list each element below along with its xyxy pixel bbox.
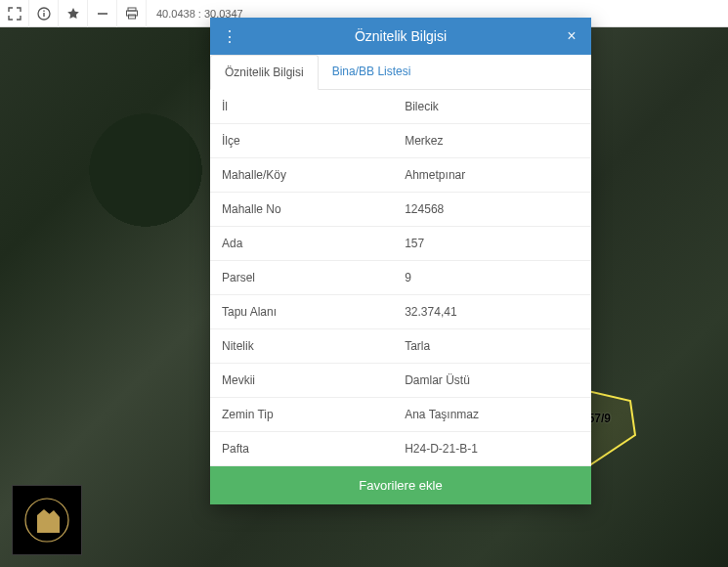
svg-rect-4	[98, 13, 107, 15]
table-row: Ada157	[210, 227, 591, 261]
close-icon[interactable]: ×	[562, 26, 581, 46]
attr-key: Nitelik	[210, 329, 393, 364]
attr-value: 9	[393, 261, 591, 295]
star-icon[interactable]	[59, 0, 88, 27]
attr-value: Damlar Üstü	[393, 364, 591, 398]
table-row: İlçeMerkez	[210, 124, 591, 158]
attr-value: Ahmetpınar	[393, 158, 591, 193]
attr-value: Bilecik	[393, 90, 591, 124]
table-row: MevkiiDamlar Üstü	[210, 364, 591, 398]
attr-key: İlçe	[210, 124, 393, 158]
attr-key: Parsel	[210, 261, 393, 295]
attr-key: Pafta	[210, 432, 393, 466]
attr-key: Mevkii	[210, 364, 393, 398]
add-favorite-button[interactable]: Favorilere ekle	[210, 466, 591, 504]
table-row: Tapu Alanı32.374,41	[210, 295, 591, 329]
modal-title: Öznitelik Bilgisi	[239, 28, 562, 44]
table-row: Zemin TipAna Taşınmaz	[210, 398, 591, 432]
attr-value: Tarla	[393, 329, 591, 364]
table-row: Parsel9	[210, 261, 591, 295]
minus-icon[interactable]	[88, 0, 117, 27]
svg-rect-3	[43, 10, 44, 11]
attribute-table: İlBilecikİlçeMerkezMahalle/KöyAhmetpınar…	[210, 90, 591, 466]
attr-value: Merkez	[393, 124, 591, 158]
table-row: PaftaH24-D-21-B-1	[210, 432, 591, 466]
tab-bina-bb-listesi[interactable]: Bina/BB Listesi	[319, 55, 425, 89]
attr-key: Ada	[210, 227, 393, 261]
attr-value: H24-D-21-B-1	[393, 432, 591, 466]
tab-oznitelik-bilgisi[interactable]: Öznitelik Bilgisi	[210, 55, 319, 90]
svg-rect-2	[43, 13, 44, 17]
attr-value: 124568	[393, 193, 591, 227]
info-icon[interactable]	[29, 0, 59, 27]
attr-key: Zemin Tip	[210, 398, 393, 432]
attr-key: Mahalle/Köy	[210, 158, 393, 193]
attribute-info-modal: ⋮ Öznitelik Bilgisi × Öznitelik Bilgisi …	[210, 18, 591, 504]
fullscreen-icon[interactable]	[0, 0, 29, 27]
modal-header: ⋮ Öznitelik Bilgisi ×	[210, 18, 591, 55]
attr-key: Tapu Alanı	[210, 295, 393, 329]
attr-key: Mahalle No	[210, 193, 393, 227]
modal-menu-icon[interactable]: ⋮	[220, 26, 239, 46]
attr-key: İl	[210, 90, 393, 124]
table-row: Mahalle/KöyAhmetpınar	[210, 158, 591, 193]
brand-logo	[12, 485, 82, 555]
print-icon[interactable]	[117, 0, 147, 27]
attr-value: 32.374,41	[393, 295, 591, 329]
table-row: Mahalle No124568	[210, 193, 591, 227]
table-row: NitelikTarla	[210, 329, 591, 364]
table-row: İlBilecik	[210, 90, 591, 124]
attr-value: Ana Taşınmaz	[393, 398, 591, 432]
attr-value: 157	[393, 227, 591, 261]
modal-tabs: Öznitelik Bilgisi Bina/BB Listesi	[210, 55, 591, 90]
